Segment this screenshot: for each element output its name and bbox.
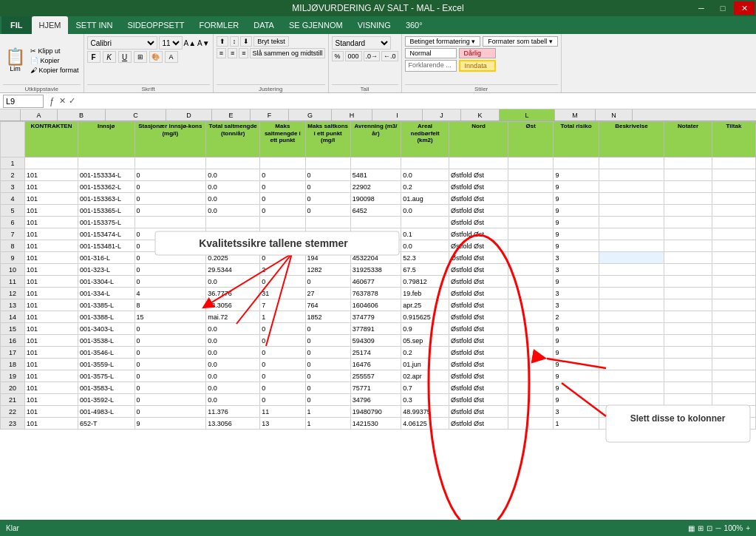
number-format-select[interactable]: Standard — [332, 36, 391, 50]
minimize-button[interactable]: ─ — [691, 1, 712, 15]
cell-14-11[interactable] — [599, 311, 664, 323]
cell-17-12[interactable] — [664, 347, 712, 359]
cell-21-9[interactable] — [508, 394, 554, 406]
cell-4-6[interactable]: 190098 — [350, 193, 401, 205]
cell-6-8[interactable]: Østfold Øst — [449, 217, 508, 228]
cell-5-0[interactable]: 101 — [25, 205, 78, 217]
cell-9-0[interactable]: 101 — [25, 252, 78, 264]
cell-2-3[interactable]: 0.0 — [206, 169, 260, 181]
cell-15-13[interactable] — [712, 323, 755, 335]
header-col-0[interactable]: KONTRAKTEN — [25, 122, 78, 157]
cell-21-8[interactable]: Østfold Øst — [449, 394, 508, 406]
cell-5-4[interactable]: 0 — [260, 205, 305, 217]
cell-11-0[interactable]: 101 — [25, 276, 78, 288]
cell-9-12[interactable] — [664, 252, 712, 264]
cell-19-10[interactable]: 9 — [554, 370, 599, 382]
cell-7-5[interactable]: 0 — [305, 228, 350, 240]
cell-12-3[interactable]: 36.7776 — [206, 288, 260, 299]
cell-8-5[interactable]: 0 — [305, 240, 350, 252]
cell-4-5[interactable]: 0 — [305, 193, 350, 205]
cell-7-12[interactable] — [664, 228, 712, 240]
cell-6-11[interactable] — [599, 217, 664, 228]
thousands-button[interactable]: 000 — [345, 51, 362, 61]
col-header-k[interactable]: K — [461, 109, 500, 121]
cell-1-12[interactable] — [664, 157, 712, 169]
cell-18-10[interactable]: 9 — [554, 359, 599, 370]
cell-11-13[interactable] — [712, 276, 755, 288]
cell-1-8[interactable] — [449, 157, 508, 169]
col-header-j[interactable]: J — [423, 109, 461, 121]
cell-22-4[interactable]: 11 — [260, 406, 305, 418]
cell-16-6[interactable]: 594309 — [350, 335, 401, 347]
cell-18-0[interactable]: 101 — [25, 359, 78, 370]
increase-font-button[interactable]: A▲ — [184, 39, 197, 47]
cell-19-11[interactable] — [599, 370, 664, 382]
cell-5-5[interactable]: 0 — [305, 205, 350, 217]
col-header-l[interactable]: L — [500, 109, 555, 121]
align-right-button[interactable]: ≡ — [239, 48, 248, 58]
cell-10-3[interactable]: 29.5344 — [206, 264, 260, 276]
cell-10-0[interactable]: 101 — [25, 264, 78, 276]
cell-9-9[interactable] — [508, 252, 554, 264]
cell-21-7[interactable]: 0.3 — [401, 394, 449, 406]
cell-13-6[interactable]: 1604606 — [350, 299, 401, 311]
cell-17-6[interactable]: 25174 — [350, 347, 401, 359]
cell-5-3[interactable]: 0.0 — [206, 205, 260, 217]
cell-2-1[interactable]: 001-153334-L — [78, 169, 134, 181]
wrap-text-button[interactable]: Bryt tekst — [253, 36, 289, 47]
cell-23-4[interactable]: 13 — [260, 418, 305, 430]
header-col-9[interactable]: Øst — [508, 122, 554, 157]
spreadsheet-area[interactable]: KONTRAKTENInnsjøStasjonær innsjø-kons (m… — [0, 121, 756, 520]
cell-8-1[interactable]: 001-153481-L — [78, 240, 134, 252]
cell-13-0[interactable]: 101 — [25, 299, 78, 311]
cell-2-9[interactable] — [508, 169, 554, 181]
cell-20-11[interactable] — [599, 382, 664, 394]
cell-18-2[interactable]: 0 — [134, 359, 206, 370]
cell-16-12[interactable] — [664, 335, 712, 347]
cell-16-11[interactable] — [599, 335, 664, 347]
cell-4-10[interactable]: 9 — [554, 193, 599, 205]
percent-button[interactable]: % — [332, 51, 344, 61]
cell-2-0[interactable]: 101 — [25, 169, 78, 181]
cell-10-4[interactable]: 2 — [260, 264, 305, 276]
cell-18-4[interactable]: 0 — [260, 359, 305, 370]
cell-16-3[interactable]: 0.0 — [206, 335, 260, 347]
cell-4-11[interactable] — [599, 193, 664, 205]
cell-7-6[interactable]: 18530 — [350, 228, 401, 240]
cell-4-13[interactable] — [712, 193, 755, 205]
cell-18-1[interactable]: 001-3559-L — [78, 359, 134, 370]
col-header-n[interactable]: N — [596, 109, 633, 121]
cell-20-13[interactable] — [712, 382, 755, 394]
align-center-button[interactable]: ≡ — [228, 48, 237, 58]
cell-7-11[interactable] — [599, 228, 664, 240]
cell-17-3[interactable]: 0.0 — [206, 347, 260, 359]
format-painter-button[interactable]: 🖌 Kopier format — [29, 66, 81, 75]
tab-sett-inn[interactable]: SETT INN — [68, 16, 120, 34]
col-header-d[interactable]: D — [166, 109, 212, 121]
cell-16-1[interactable]: 001-3538-L — [78, 335, 134, 347]
cell-5-12[interactable] — [664, 205, 712, 217]
cell-6-13[interactable] — [712, 217, 755, 228]
cell-15-3[interactable]: 0.0 — [206, 323, 260, 335]
cell-13-7[interactable]: apr.25 — [401, 299, 449, 311]
cell-6-10[interactable]: 9 — [554, 217, 599, 228]
cell-13-8[interactable]: Østfold Øst — [449, 299, 508, 311]
restore-button[interactable]: □ — [712, 1, 733, 15]
cell-11-9[interactable] — [508, 276, 554, 288]
cell-15-12[interactable] — [664, 323, 712, 335]
cell-1-7[interactable] — [401, 157, 449, 169]
cell-10-10[interactable]: 3 — [554, 264, 599, 276]
cell-22-6[interactable]: 19480790 — [350, 406, 401, 418]
underline-button[interactable]: U — [118, 51, 132, 63]
cell-11-1[interactable]: 001-3304-L — [78, 276, 134, 288]
cell-2-7[interactable]: 0.0 — [401, 169, 449, 181]
style-inndata[interactable]: Inndata — [459, 60, 496, 72]
style-forklarende[interactable]: Forklarende ... — [405, 60, 457, 72]
col-header-f[interactable]: F — [251, 109, 289, 121]
header-col-13[interactable]: Tiltak — [712, 122, 755, 157]
cell-8-11[interactable] — [599, 240, 664, 252]
cell-14-12[interactable] — [664, 311, 712, 323]
cell-22-9[interactable] — [508, 406, 554, 418]
tab-hjem[interactable]: HJEM — [32, 16, 69, 34]
cell-15-1[interactable]: 001-3403-L — [78, 323, 134, 335]
